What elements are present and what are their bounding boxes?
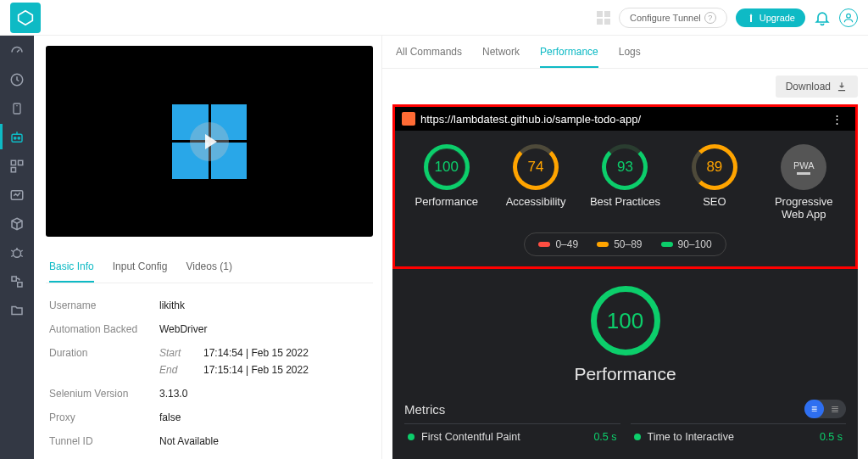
svg-point-5 (18, 137, 19, 139)
tab-network[interactable]: Network (482, 46, 520, 68)
accessibility-label: Accessibility (506, 195, 566, 208)
report-url: https://lambdatest.github.io/sample-todo… (420, 113, 641, 126)
tunnel-label: Tunnel ID (49, 435, 159, 447)
files-icon[interactable] (8, 302, 25, 319)
info-tabs: Basic Info Input Config Videos (1) (46, 252, 373, 283)
svg-rect-8 (11, 168, 15, 172)
configure-tunnel-label: Configure Tunnel (630, 13, 701, 23)
username-value: likithk (159, 299, 185, 311)
svg-rect-11 (12, 277, 16, 281)
user-avatar[interactable] (839, 8, 858, 27)
legend-mid: 50–89 (614, 238, 642, 250)
dashboard-icon[interactable] (8, 42, 25, 59)
brand-logo[interactable] (10, 3, 41, 33)
help-icon: ? (704, 12, 716, 24)
start-value: 17:14:54 | Feb 15 2022 (203, 347, 309, 359)
download-button[interactable]: Download (776, 76, 858, 98)
pwa-badge-icon: PWA (781, 144, 826, 190)
duration-label: Duration (49, 347, 159, 376)
test-details-pane: Basic Info Input Config Videos (1) Usern… (34, 36, 381, 459)
gauge-accessibility[interactable]: 74 Accessibility (498, 144, 574, 208)
upgrade-icon (746, 13, 756, 23)
best-practices-score: 93 (602, 144, 648, 190)
more-menu-icon[interactable]: ⋮ (826, 113, 849, 126)
accessibility-score: 74 (513, 144, 559, 190)
apps-grid-icon[interactable] (597, 11, 610, 25)
tab-logs[interactable]: Logs (619, 46, 641, 68)
svg-rect-12 (18, 283, 22, 287)
view-expanded-icon[interactable]: ≣ (824, 400, 846, 418)
selenium-label: Selenium Version (49, 388, 159, 400)
automation-label: Automation Backed (49, 323, 159, 335)
upgrade-label: Upgrade (760, 13, 795, 23)
seo-score: 89 (692, 144, 737, 190)
score-legend: 0–49 50–89 90–100 (524, 232, 726, 256)
analytics-icon[interactable] (8, 187, 25, 204)
tab-input-config[interactable]: Input Config (113, 252, 168, 283)
download-icon (836, 81, 848, 92)
gauge-best-practices[interactable]: 93 Best Practices (587, 144, 663, 208)
view-compact-icon[interactable]: ≡ (804, 400, 824, 418)
report-url-bar: https://lambdatest.github.io/sample-todo… (392, 104, 858, 131)
svg-rect-6 (11, 160, 15, 165)
end-value: 17:15:14 | Feb 15 2022 (203, 364, 309, 376)
report-tabs: All Commands Network Performance Logs (382, 36, 868, 69)
status-dot-icon (634, 434, 641, 440)
metric-fcp-name: First Contentful Paint (421, 431, 520, 443)
configure-tunnel-button[interactable]: Configure Tunnel ? (619, 8, 727, 28)
metric-fcp: First Contentful Paint 0.5 s (404, 423, 620, 450)
scores-summary: 100 Performance 74 Accessibility 93 Best… (392, 131, 858, 269)
selenium-value: 3.13.0 (159, 388, 187, 400)
left-sidebar (0, 36, 34, 459)
download-label: Download (786, 81, 831, 92)
integrations-icon[interactable] (8, 273, 25, 290)
tab-performance[interactable]: Performance (540, 46, 598, 68)
username-label: Username (49, 299, 159, 311)
top-bar: Configure Tunnel ? Upgrade (0, 0, 868, 36)
metrics-view-toggle[interactable]: ≡ ≣ (804, 400, 846, 418)
play-button[interactable] (190, 122, 229, 161)
legend-red-icon (538, 242, 550, 247)
svg-point-4 (14, 137, 16, 139)
lighthouse-icon (402, 112, 415, 126)
history-icon[interactable] (8, 71, 25, 88)
video-player[interactable] (46, 46, 373, 237)
pwa-label: Progressive Web App (765, 195, 842, 221)
tab-videos[interactable]: Videos (1) (186, 252, 231, 283)
builds-icon[interactable] (8, 158, 25, 175)
metric-tti-value: 0.5 s (820, 431, 843, 443)
package-icon[interactable] (8, 216, 25, 232)
tab-all-commands[interactable]: All Commands (396, 46, 462, 68)
metric-tti-name: Time to Interactive (648, 431, 734, 443)
tunnel-value: Not Available (159, 435, 219, 447)
proxy-value: false (159, 411, 181, 423)
bug-icon[interactable] (8, 244, 25, 261)
gauge-pwa[interactable]: PWA Progressive Web App (765, 144, 842, 221)
metric-fcp-value: 0.5 s (593, 431, 616, 443)
report-pane: All Commands Network Performance Logs Do… (381, 36, 868, 459)
automation-icon[interactable] (8, 129, 25, 146)
metric-tti: Time to Interactive 0.5 s (631, 423, 847, 450)
proxy-label: Proxy (49, 411, 159, 423)
gauge-seo[interactable]: 89 SEO (676, 144, 753, 208)
big-performance-label: Performance (574, 364, 676, 384)
best-practices-label: Best Practices (590, 195, 660, 208)
upgrade-button[interactable]: Upgrade (736, 8, 805, 27)
automation-value: WebDriver (159, 323, 207, 335)
big-performance-score: 100 (591, 286, 660, 355)
tab-basic-info[interactable]: Basic Info (49, 252, 94, 283)
device-icon[interactable] (8, 100, 25, 117)
end-sublabel: End (159, 364, 188, 376)
legend-low: 0–49 (555, 238, 578, 250)
seo-label: SEO (703, 195, 726, 208)
status-dot-icon (408, 434, 415, 440)
gauge-performance[interactable]: 100 Performance (409, 144, 485, 208)
legend-orange-icon (597, 242, 609, 247)
svg-rect-7 (19, 160, 23, 165)
svg-rect-3 (12, 134, 22, 142)
svg-point-0 (847, 14, 851, 18)
performance-section: 100 Performance (392, 286, 858, 384)
legend-green-icon (661, 242, 673, 247)
notifications-icon[interactable] (814, 9, 831, 26)
svg-rect-2 (14, 104, 20, 114)
